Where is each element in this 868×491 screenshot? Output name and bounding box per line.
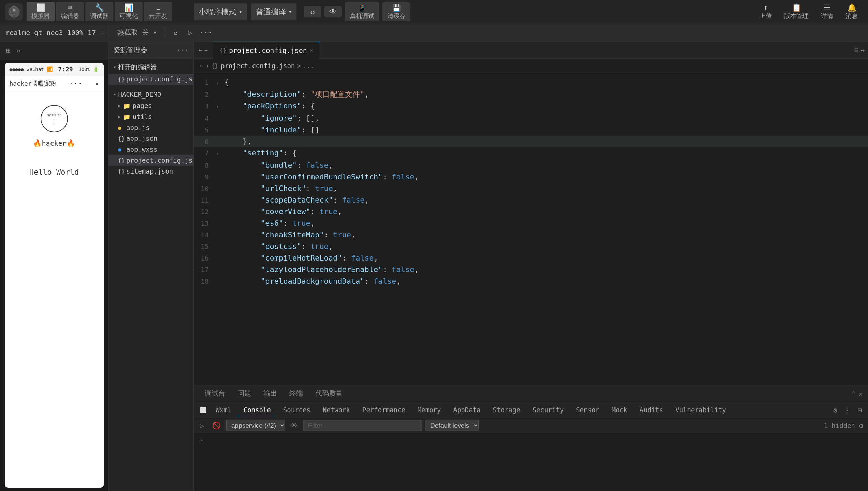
bottom-tab-terminal[interactable]: 终端 bbox=[284, 387, 308, 401]
mode-dropdown[interactable]: 小程序模式 ▾ bbox=[194, 3, 247, 20]
devtools-tab-vulnerability[interactable]: Vulnerability bbox=[669, 404, 732, 416]
appjson-file[interactable]: {} app.json bbox=[108, 133, 193, 144]
simulator-btn[interactable]: ⬜ 模拟器 bbox=[27, 2, 55, 21]
top-toolbar: ⬜ 模拟器 ⌨ 编辑器 🔧 调试器 📊 可视化 ☁ 云开发 小程序模式 ▾ 普通… bbox=[0, 0, 868, 24]
main-layout: ⊞ ↔ ●●●●● WeChat 📶 7:29 100% 🔋 hacker喂喂宠… bbox=[0, 42, 868, 491]
compile-dropdown[interactable]: 普通编译 ▾ bbox=[251, 3, 297, 20]
devtools-service-select[interactable]: appservice (#2) bbox=[226, 420, 285, 431]
fold-arrow-1[interactable]: ▾ bbox=[214, 76, 221, 89]
editor-nav-back[interactable]: ←→ bbox=[194, 46, 213, 54]
sitemap-file[interactable]: {} sitemap.json bbox=[108, 166, 193, 177]
cache-icon: 💾 bbox=[392, 4, 401, 12]
real-device-btn[interactable]: 📱 真机调试 bbox=[345, 2, 379, 21]
run-btn[interactable]: ▷ bbox=[185, 27, 196, 38]
code-line-17: 17 "lazyloadPlaceholderEnable": false, bbox=[194, 264, 868, 276]
toolbar-main-buttons: ⬜ 模拟器 ⌨ 编辑器 🔧 调试器 📊 可视化 ☁ 云开发 bbox=[27, 2, 172, 21]
bottom-tab-code-quality[interactable]: 代码质量 bbox=[310, 387, 348, 401]
editor-icon: ⌨ bbox=[68, 3, 72, 12]
devtools-prompt-chevron[interactable]: › bbox=[199, 436, 203, 444]
devtools-tab-network[interactable]: Network bbox=[317, 404, 356, 416]
code-line-8: 8 "bundle": false, bbox=[194, 160, 868, 171]
details-btn[interactable]: ☰ 详情 bbox=[816, 2, 838, 21]
devtools-run-icon[interactable]: ▷ bbox=[197, 420, 207, 431]
version-management-btn[interactable]: 📋 版本管理 bbox=[779, 2, 813, 21]
devtools-tab-performance[interactable]: Performance bbox=[356, 404, 411, 416]
devtools-tab-audits[interactable]: Audits bbox=[634, 404, 669, 416]
hotcut-btn[interactable]: 热截取 关 ▾ bbox=[114, 27, 160, 39]
devtools-tab-security[interactable]: Security bbox=[526, 404, 570, 416]
split-editor-icon[interactable]: ⊟ bbox=[854, 46, 858, 54]
tab-close-icon[interactable]: ✕ bbox=[310, 47, 313, 54]
debugger-btn[interactable]: 🔧 调试器 bbox=[85, 2, 113, 21]
breadcrumb-path: project.config.json > ... bbox=[221, 62, 315, 70]
breadcrumb-forward-icon[interactable]: → bbox=[205, 62, 209, 69]
devtools-tab-sensor[interactable]: Sensor bbox=[570, 404, 606, 416]
code-editor[interactable]: 1 ▾ { 2 "description": "项目配置文件", 3 ▾ "pa… bbox=[194, 73, 868, 385]
appwxss-file[interactable]: ● app.wxss bbox=[108, 144, 193, 155]
breadcrumb-separator: > bbox=[297, 62, 301, 70]
devtools-tab-mock[interactable]: Mock bbox=[606, 404, 634, 416]
breadcrumb-back-icon[interactable]: ← bbox=[199, 62, 203, 69]
devtools-tab-appdata[interactable]: AppData bbox=[447, 404, 487, 416]
real-device-icon: 📱 bbox=[358, 4, 366, 12]
devtools-tab-memory[interactable]: Memory bbox=[411, 404, 447, 416]
devtools-tab-storage[interactable]: Storage bbox=[487, 404, 526, 416]
split-panel-icon[interactable]: ⊞ bbox=[5, 45, 12, 56]
code-line-9: 9 "userConfirmedBundleSwitch": false, bbox=[194, 171, 868, 183]
phone-close-btn[interactable]: ✕ bbox=[95, 80, 99, 87]
editor-tab-project-config[interactable]: {} project.config.json ✕ bbox=[213, 42, 320, 59]
devtools-layout-icon[interactable]: ⊟ bbox=[855, 405, 865, 416]
devtools-block-icon[interactable]: 🚫 bbox=[209, 420, 223, 431]
refresh-secondary-btn[interactable]: ↺ bbox=[170, 27, 181, 38]
devtools-levels-select[interactable]: Default levels bbox=[425, 420, 479, 431]
devtools-more-icon[interactable]: ⋮ bbox=[841, 405, 854, 416]
expand-editor-icon[interactable]: ↔ bbox=[860, 46, 865, 54]
bottom-tab-problem[interactable]: 问题 bbox=[232, 387, 257, 401]
sitemap-label: sitemap.json bbox=[126, 167, 173, 175]
refresh-btn[interactable]: ↺ bbox=[304, 6, 321, 17]
code-line-14: 14 "cheakSiteMap": true, bbox=[194, 229, 868, 241]
appjson-label: app.json bbox=[126, 135, 158, 142]
devtools-filter-input[interactable] bbox=[303, 420, 422, 431]
devtools-settings-icon[interactable]: ⚙ bbox=[830, 405, 840, 416]
visual-icon: 📊 bbox=[124, 3, 133, 12]
phone-hello-text: Hello World bbox=[29, 168, 79, 176]
pages-folder[interactable]: ▶ 📁 pages bbox=[108, 100, 193, 111]
visual-btn[interactable]: 📊 可视化 bbox=[115, 2, 143, 21]
device-label: realme gt neo3 100% 17 + bbox=[5, 29, 104, 37]
cloud-btn[interactable]: ☁ 云开发 bbox=[144, 2, 172, 21]
collapse-panel-icon[interactable]: ⌃ bbox=[852, 390, 856, 398]
devtools-tab-wxml[interactable]: Wxml bbox=[209, 404, 237, 416]
project-config-file[interactable]: {} project.config.json ✕ bbox=[108, 155, 193, 166]
devtools-gear-icon[interactable]: ⚙ bbox=[858, 420, 865, 431]
bottom-tab-debug[interactable]: 调试台 bbox=[199, 387, 231, 401]
cache-btn[interactable]: 💾 清缓存 bbox=[382, 2, 410, 21]
more-btn[interactable]: ··· bbox=[199, 28, 213, 37]
code-line-12: 12 "coverView": true, bbox=[194, 206, 868, 218]
devtools-eye-icon[interactable]: 👁 bbox=[288, 420, 300, 431]
hacker-demo-header[interactable]: ▾ HACKER_DEMO bbox=[108, 89, 193, 100]
fold-arrow-3[interactable]: ▾ bbox=[214, 100, 221, 113]
messages-btn[interactable]: 🔔 消息 bbox=[841, 2, 863, 21]
expand-panel-icon[interactable]: ↔ bbox=[15, 45, 22, 56]
open-editor-project-config[interactable]: {} project.config.json ✕ bbox=[108, 74, 193, 85]
js-file-icon: ● bbox=[118, 124, 124, 131]
devtools-inspect-icon[interactable]: ⬜ bbox=[200, 407, 207, 413]
json-icon: {} bbox=[118, 135, 124, 142]
upload-btn[interactable]: ⬆ 上传 bbox=[755, 2, 777, 21]
devtools-tab-sources[interactable]: Sources bbox=[277, 404, 317, 416]
phone-app-menu-icon[interactable]: ··· bbox=[69, 79, 83, 88]
close-panel-icon[interactable]: ✕ bbox=[858, 390, 863, 398]
preview-btn[interactable]: 👁 bbox=[324, 6, 342, 17]
filetree-more-icon[interactable]: ··· bbox=[176, 46, 189, 54]
open-editors-header[interactable]: ▾ 打开的编辑器 bbox=[108, 61, 193, 74]
editor-btn[interactable]: ⌨ 编辑器 bbox=[56, 2, 84, 21]
appjs-file[interactable]: ● app.js bbox=[108, 122, 193, 133]
devtools-tab-console[interactable]: Console bbox=[237, 404, 277, 416]
breadcrumb-file-icon: {} bbox=[212, 62, 218, 69]
code-line-11: 11 "scopeDataCheck": false, bbox=[194, 194, 868, 206]
devtools-tabs-right: ⚙ ⋮ ⊟ bbox=[830, 405, 865, 416]
utils-folder[interactable]: ▶ 📁 utils bbox=[108, 111, 193, 122]
fold-arrow-7[interactable]: ▾ bbox=[214, 147, 221, 160]
bottom-tab-output[interactable]: 输出 bbox=[258, 387, 283, 401]
